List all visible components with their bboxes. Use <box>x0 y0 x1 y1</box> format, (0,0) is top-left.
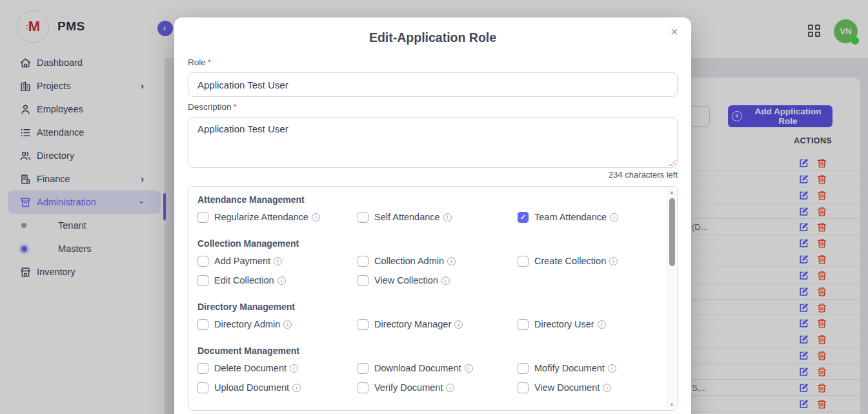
role-input[interactable] <box>188 72 678 97</box>
permission-label: Directory Manager <box>374 319 451 329</box>
edit-application-role-modal: × Edit-Application Role Role* Descriptio… <box>174 17 691 414</box>
checkbox-icon[interactable]: ✓ <box>518 363 529 374</box>
info-icon[interactable]: i <box>290 364 298 373</box>
checkbox-icon[interactable]: ✓ <box>358 382 368 393</box>
permission-label: Self Attendance <box>374 212 440 222</box>
checkbox-icon[interactable]: ✓ <box>358 256 368 267</box>
permission-label: Regularize Attendance <box>214 212 308 222</box>
permission-group-collection-management: Collection Management✓Add Paymenti✓Colle… <box>197 238 658 287</box>
permission-label: Delete Document <box>214 363 287 373</box>
info-icon[interactable]: i <box>443 213 452 222</box>
modal-title: Edit-Application Role <box>174 30 691 45</box>
info-icon[interactable]: i <box>292 384 301 392</box>
checkbox-icon[interactable]: ✓ <box>358 363 368 374</box>
permission-label: View Collection <box>374 275 438 285</box>
required-asterisk: * <box>234 102 237 112</box>
permission-add-payment[interactable]: ✓Add Paymenti <box>197 254 358 268</box>
checkbox-icon[interactable]: ✓ <box>358 212 368 223</box>
permission-group-title: Document Management <box>197 346 658 357</box>
info-icon[interactable]: i <box>283 320 292 329</box>
permission-label: Directory Admin <box>214 319 280 329</box>
permission-group-title: Directory Management <box>197 302 658 313</box>
info-icon[interactable]: i <box>465 364 473 373</box>
characters-left-counter: 234 characters left <box>188 170 678 180</box>
permission-directory-manager[interactable]: ✓Directory Manageri <box>358 317 518 331</box>
info-icon[interactable]: i <box>446 384 454 392</box>
info-icon[interactable]: i <box>312 213 320 222</box>
permissions-panel: Attendance Management✓Regularize Attenda… <box>188 186 678 411</box>
info-icon[interactable]: i <box>608 364 616 373</box>
scroll-up-arrow-icon[interactable]: ▲ <box>667 190 676 194</box>
permission-group-title: Collection Management <box>197 238 658 250</box>
permission-label: Team Attendance <box>534 212 607 222</box>
permission-label: Upload Document <box>214 382 289 393</box>
checkbox-icon[interactable]: ✓ <box>518 256 529 267</box>
modal-body: Role* Description* Application Test User… <box>174 57 691 411</box>
permission-view-collection[interactable]: ✓View Collectioni <box>358 273 518 287</box>
permission-mofify-document[interactable]: ✓Mofify Documenti <box>518 361 658 375</box>
permission-label: View Document <box>534 382 600 393</box>
permission-label: Download Document <box>374 363 461 373</box>
info-icon[interactable]: i <box>454 320 463 329</box>
info-icon[interactable]: i <box>609 257 618 265</box>
checkbox-icon[interactable]: ✓ <box>358 319 368 330</box>
checkbox-icon[interactable]: ✓ <box>358 275 368 286</box>
checkmark-icon: ✓ <box>520 213 526 222</box>
info-icon[interactable]: i <box>610 213 618 222</box>
permission-label: Collection Admin <box>374 256 444 266</box>
permission-edit-collection[interactable]: ✓Edit Collectioni <box>197 273 358 287</box>
permission-label: Mofify Document <box>534 363 605 373</box>
permission-verify-document[interactable]: ✓Verify Documenti <box>358 380 518 395</box>
permission-directory-admin[interactable]: ✓Directory Admini <box>197 317 358 331</box>
permission-create-collection[interactable]: ✓Create Collectioni <box>518 254 658 268</box>
checkbox-icon[interactable]: ✓ <box>197 319 208 330</box>
permission-upload-document[interactable]: ✓Upload Documenti <box>197 380 358 395</box>
required-asterisk: * <box>208 57 211 67</box>
description-textarea[interactable]: Application Test User <box>188 117 678 168</box>
checkbox-icon[interactable]: ✓ <box>518 382 529 393</box>
checkbox-icon[interactable]: ✓ <box>197 256 208 267</box>
info-icon[interactable]: i <box>278 276 286 285</box>
permission-group-directory-management: Directory Management✓Directory Admini✓Di… <box>197 302 658 331</box>
info-icon[interactable]: i <box>441 276 450 285</box>
permission-view-document[interactable]: ✓View Documenti <box>518 380 658 395</box>
permission-regularize-attendance[interactable]: ✓Regularize Attendancei <box>197 210 358 224</box>
info-icon[interactable]: i <box>274 257 282 265</box>
info-icon[interactable]: i <box>603 384 611 392</box>
permission-collection-admin[interactable]: ✓Collection Admini <box>358 254 518 268</box>
close-icon[interactable]: × <box>667 24 682 39</box>
checkbox-icon[interactable]: ✓ <box>197 212 208 223</box>
checkbox-icon[interactable]: ✓ <box>197 382 208 393</box>
checkbox-icon[interactable]: ✓ <box>518 212 529 223</box>
permission-self-attendance[interactable]: ✓Self Attendancei <box>358 210 518 224</box>
checkbox-icon[interactable]: ✓ <box>518 319 529 330</box>
permission-label: Create Collection <box>534 256 606 266</box>
info-icon[interactable]: i <box>447 257 456 265</box>
scroll-down-arrow-icon[interactable]: ▼ <box>667 402 676 407</box>
permission-label: Add Payment <box>214 256 270 266</box>
checkbox-icon[interactable]: ✓ <box>197 363 208 374</box>
permission-team-attendance[interactable]: ✓Team Attendancei <box>518 210 658 224</box>
permission-group-document-management: Document Management✓Delete Documenti✓Dow… <box>197 346 658 395</box>
permission-group-title: Attendance Management <box>197 194 658 206</box>
role-label: Role* <box>188 57 678 68</box>
permission-label: Verify Document <box>374 382 443 393</box>
permission-download-document[interactable]: ✓Download Documenti <box>358 361 518 375</box>
permission-label: Directory User <box>534 319 594 329</box>
description-label: Description* <box>188 102 678 112</box>
permission-delete-document[interactable]: ✓Delete Documenti <box>197 361 358 375</box>
scrollbar-thumb[interactable] <box>669 198 675 266</box>
checkbox-icon[interactable]: ✓ <box>197 275 208 286</box>
permission-group-attendance-management: Attendance Management✓Regularize Attenda… <box>197 194 658 224</box>
info-icon[interactable]: i <box>598 320 606 329</box>
scrollbar[interactable]: ▲ ▼ <box>667 187 676 409</box>
permission-directory-user[interactable]: ✓Directory Useri <box>518 317 658 331</box>
permission-label: Edit Collection <box>214 275 274 285</box>
